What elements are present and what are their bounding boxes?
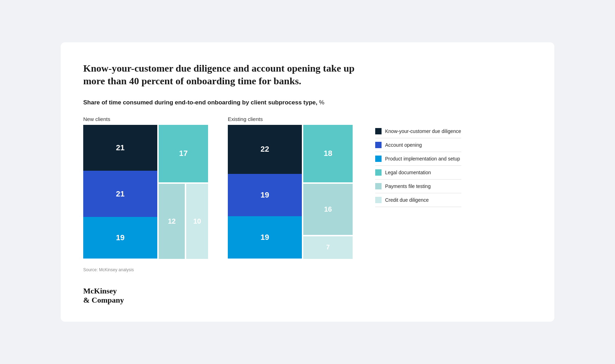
nc-right-col: 17 12 10: [159, 125, 208, 259]
existing-clients-chart: 22 19 19 18: [228, 125, 353, 259]
new-clients-group: New clients 21 21 19: [83, 116, 208, 259]
nc-credit-value: 10: [193, 217, 201, 225]
new-clients-label: New clients: [83, 116, 208, 122]
nc-account-value: 21: [116, 189, 124, 199]
legend-label-0: Know-your-customer due diligence: [385, 128, 461, 134]
ec-kyc-seg: 22: [228, 125, 302, 174]
nc-payments-value: 12: [168, 217, 176, 225]
ec-credit-seg: 7: [303, 236, 353, 259]
card: Know-your-customer due diligence and acc…: [61, 42, 554, 322]
new-clients-chart: 21 21 19 17: [83, 125, 208, 259]
legend-swatch-4: [375, 183, 382, 189]
subtitle-bold: Share of time consumed during end-to-end…: [83, 99, 317, 106]
nc-bottom-pair: 12 10: [159, 184, 208, 259]
legend-label-4: Payments file testing: [385, 183, 431, 189]
logo-area: McKinsey & Company: [83, 286, 532, 305]
nc-kyc-value: 21: [116, 143, 124, 152]
legend-swatch-3: [375, 169, 382, 176]
nc-account-seg: 21: [83, 171, 157, 217]
nc-payments-seg: 12: [159, 184, 185, 259]
nc-credit-seg: 10: [186, 184, 208, 259]
ec-right-col: 18 16 7: [303, 125, 353, 259]
subtitle-light: %: [317, 99, 324, 106]
ec-payments-seg: 16: [303, 184, 353, 235]
nc-product-value: 19: [116, 233, 124, 242]
legend-label-5: Credit due diligence: [385, 197, 429, 203]
source-text: Source: McKinsey analysis: [83, 267, 532, 272]
legend-item-4: Payments file testing: [375, 180, 461, 193]
legend-item-0: Know-your-customer due diligence: [375, 125, 461, 138]
legend-label-2: Product implementation and setup: [385, 156, 460, 162]
legend-swatch-5: [375, 197, 382, 203]
legend: Know-your-customer due diligenceAccount …: [375, 125, 461, 207]
ec-legal-seg: 18: [303, 125, 353, 182]
ec-product-seg: 19: [228, 216, 302, 259]
main-title: Know-your-customer due diligence and acc…: [83, 62, 372, 88]
ec-account-seg: 19: [228, 174, 302, 216]
existing-clients-group: Existing clients 22 19 19: [228, 116, 353, 259]
legend-swatch-0: [375, 128, 382, 134]
ec-account-value: 19: [261, 190, 269, 200]
logo-line1: McKinsey: [83, 286, 117, 295]
legend-item-3: Legal documentation: [375, 166, 461, 180]
legend-label-1: Account opening: [385, 142, 422, 148]
nc-kyc-seg: 21: [83, 125, 157, 171]
legend-item-5: Credit due diligence: [375, 193, 461, 207]
chart-area: New clients 21 21 19: [83, 116, 532, 259]
nc-product-seg: 19: [83, 217, 157, 259]
logo-text: McKinsey & Company: [83, 286, 532, 305]
legend-label-3: Legal documentation: [385, 170, 431, 175]
nc-legal-value: 17: [179, 149, 188, 158]
ec-legal-value: 18: [324, 149, 332, 158]
legend-swatch-2: [375, 156, 382, 162]
ec-kyc-value: 22: [261, 145, 269, 154]
logo-line2: & Company: [83, 296, 124, 304]
legend-item-2: Product implementation and setup: [375, 152, 461, 166]
ec-payments-value: 16: [324, 205, 332, 213]
charts-wrapper: New clients 21 21 19: [83, 116, 353, 259]
ec-product-value: 19: [261, 233, 269, 242]
ec-left-col: 22 19 19: [228, 125, 302, 259]
ec-credit-value: 7: [326, 244, 330, 251]
nc-left-col: 21 21 19: [83, 125, 157, 259]
nc-legal-seg: 17: [159, 125, 208, 183]
subtitle: Share of time consumed during end-to-end…: [83, 99, 532, 106]
existing-clients-label: Existing clients: [228, 116, 353, 122]
legend-item-1: Account opening: [375, 138, 461, 152]
legend-swatch-1: [375, 142, 382, 148]
